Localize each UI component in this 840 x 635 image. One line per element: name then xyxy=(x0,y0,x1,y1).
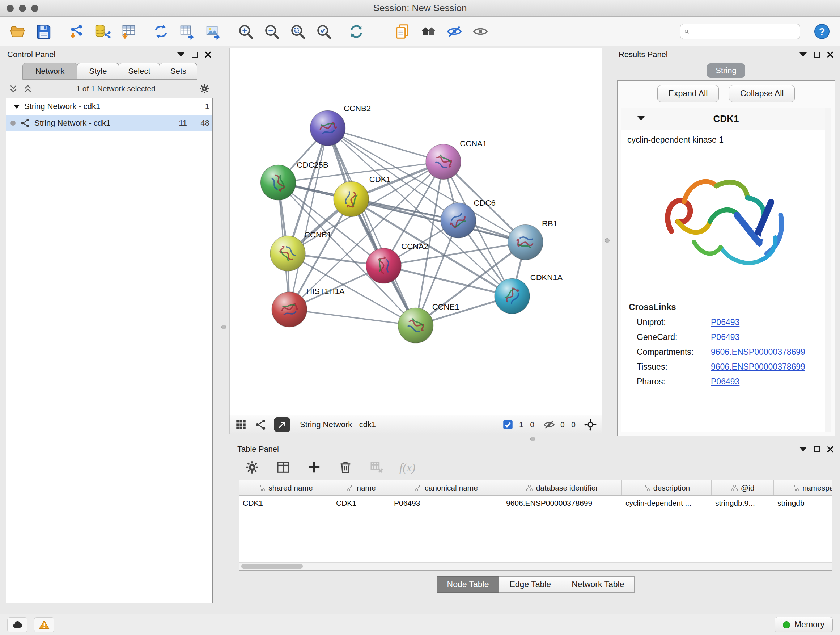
float-panel-icon[interactable] xyxy=(799,52,807,57)
table-settings-button[interactable] xyxy=(244,459,261,476)
help-button[interactable]: ? xyxy=(813,22,832,41)
bottom-splitter-handle[interactable] xyxy=(531,437,535,441)
detach-view-button[interactable] xyxy=(274,417,291,432)
network-collection-row[interactable]: String Network - cdk1 1 xyxy=(6,98,212,115)
tab-style[interactable]: Style xyxy=(77,63,119,80)
close-panel-icon[interactable] xyxy=(205,51,211,58)
grid-view-icon[interactable] xyxy=(235,418,247,431)
network-view[interactable]: CCNB2CCNA1CDC25BCDK1CDC6RB1CCNB1CCNA2CDK… xyxy=(229,48,602,415)
expand-all-icon[interactable] xyxy=(23,84,33,93)
zoom-window-button[interactable] xyxy=(31,5,38,12)
table-cell[interactable]: 9606.ENSP00000378699 xyxy=(502,499,622,508)
maximize-panel-icon[interactable] xyxy=(192,52,197,57)
scrollbar-thumb[interactable] xyxy=(241,564,303,569)
save-session-button[interactable] xyxy=(34,21,54,42)
close-window-button[interactable] xyxy=(6,5,14,12)
protein-section-header[interactable]: CDK1 xyxy=(622,108,831,130)
crosshair-icon[interactable] xyxy=(584,418,597,431)
show-all-button[interactable] xyxy=(471,21,490,42)
float-panel-icon[interactable] xyxy=(177,52,185,57)
tree-expander-icon[interactable] xyxy=(13,105,20,109)
network-edge-HIST1H1A-CCNE1[interactable] xyxy=(289,310,416,325)
table-cell[interactable]: CDK1 xyxy=(332,499,390,508)
crosslink-link[interactable]: 9606.ENSP00000378699 xyxy=(711,362,805,372)
import-network-database-button[interactable] xyxy=(93,21,112,42)
expand-all-button[interactable]: Expand All xyxy=(657,85,719,102)
right-splitter-handle[interactable] xyxy=(605,238,609,243)
refresh-network-button[interactable] xyxy=(347,21,366,42)
tab-select[interactable]: Select xyxy=(118,63,160,80)
warnings-button[interactable] xyxy=(34,617,54,632)
home-button[interactable] xyxy=(418,21,438,42)
column-header--id[interactable]: @id xyxy=(712,480,774,495)
tab-edge-table[interactable]: Edge Table xyxy=(499,576,561,593)
maximize-panel-icon[interactable] xyxy=(814,52,820,57)
merge-networks-button[interactable] xyxy=(151,21,171,42)
copy-document-button[interactable] xyxy=(393,21,412,42)
table-cell[interactable]: stringdb:9... xyxy=(712,499,774,508)
float-panel-icon[interactable] xyxy=(799,447,807,451)
memory-label: Memory xyxy=(794,620,824,630)
collapse-all-icon[interactable] xyxy=(9,84,18,93)
column-header-namespace[interactable]: namespace xyxy=(774,480,832,495)
table-cell[interactable]: cyclin-dependent ... xyxy=(622,499,712,508)
crosslink-label: Tissues: xyxy=(637,362,711,372)
search-input[interactable] xyxy=(692,27,796,36)
memory-button[interactable]: Memory xyxy=(775,617,833,632)
zoom-in-button[interactable] xyxy=(236,21,256,42)
zoom-selected-button[interactable] xyxy=(314,21,333,42)
eye-slash-icon xyxy=(446,23,463,40)
network-overview-icon[interactable] xyxy=(254,418,267,431)
column-header-canonical-name[interactable]: canonical name xyxy=(390,480,502,495)
close-panel-icon[interactable] xyxy=(827,51,834,58)
network-edge-CCNB2-CCNE1[interactable] xyxy=(328,128,416,325)
cloud-status-button[interactable] xyxy=(7,617,27,632)
gear-icon[interactable] xyxy=(199,83,210,94)
zoom-fit-button[interactable] xyxy=(288,21,308,42)
table-row[interactable]: CDK1CDK1P064939606.ENSP00000378699cyclin… xyxy=(239,496,832,511)
network-edge-CDK1-RB1[interactable] xyxy=(351,199,526,242)
collapse-all-button[interactable]: Collapse All xyxy=(729,85,795,102)
crosslink-link[interactable]: P06493 xyxy=(711,333,739,342)
left-splitter-handle[interactable] xyxy=(221,325,226,329)
network-graph[interactable]: CCNB2CCNA1CDC25BCDK1CDC6RB1CCNB1CCNA2CDK… xyxy=(230,48,602,415)
import-network-file-button[interactable] xyxy=(66,21,86,42)
network-edge-CCNB2-CCNA1[interactable] xyxy=(328,128,444,162)
zoom-out-button[interactable] xyxy=(262,21,281,42)
table-horizontal-scrollbar[interactable] xyxy=(239,562,832,570)
show-columns-button[interactable] xyxy=(275,459,292,476)
hidden-eye-slash-icon[interactable] xyxy=(543,418,555,431)
maximize-panel-icon[interactable] xyxy=(814,447,820,452)
tab-network[interactable]: Network xyxy=(22,63,77,80)
tab-node-table[interactable]: Node Table xyxy=(437,576,500,593)
column-header-shared-name[interactable]: shared name xyxy=(239,480,332,495)
hide-selected-button[interactable] xyxy=(445,21,464,42)
table-cell[interactable]: P06493 xyxy=(390,499,502,508)
open-session-button[interactable] xyxy=(8,21,27,42)
results-scrollbar[interactable] xyxy=(825,108,831,432)
column-header-name[interactable]: name xyxy=(332,480,390,495)
tab-network-table[interactable]: Network Table xyxy=(561,576,635,593)
minimize-window-button[interactable] xyxy=(19,5,26,12)
crosslink-link[interactable]: P06493 xyxy=(711,318,739,327)
column-header-database-identifier[interactable]: database identifier xyxy=(502,480,622,495)
crosslink-link[interactable]: 9606.ENSP00000378699 xyxy=(711,347,805,357)
export-image-button[interactable] xyxy=(203,21,223,42)
tab-sets[interactable]: Sets xyxy=(159,63,197,80)
network-edge-CCNB2-HIST1H1A[interactable] xyxy=(289,128,328,310)
close-panel-icon[interactable] xyxy=(827,446,834,453)
network-row[interactable]: String Network - cdk1 11 48 xyxy=(6,115,212,131)
export-table-button[interactable] xyxy=(177,21,197,42)
import-table-button[interactable] xyxy=(118,21,138,42)
section-expander-icon[interactable] xyxy=(638,116,645,120)
network-status-dot xyxy=(11,120,16,126)
delete-column-button[interactable] xyxy=(337,459,354,476)
create-column-button[interactable] xyxy=(306,459,323,476)
table-cell[interactable]: CDK1 xyxy=(239,499,332,508)
string-tab[interactable]: String xyxy=(707,63,745,78)
network-icon xyxy=(20,118,30,128)
crosslink-link[interactable]: P06493 xyxy=(711,377,739,386)
selected-checkbox-icon[interactable] xyxy=(502,418,514,431)
column-header-description[interactable]: description xyxy=(622,480,712,495)
table-cell[interactable]: stringdb xyxy=(774,499,832,508)
